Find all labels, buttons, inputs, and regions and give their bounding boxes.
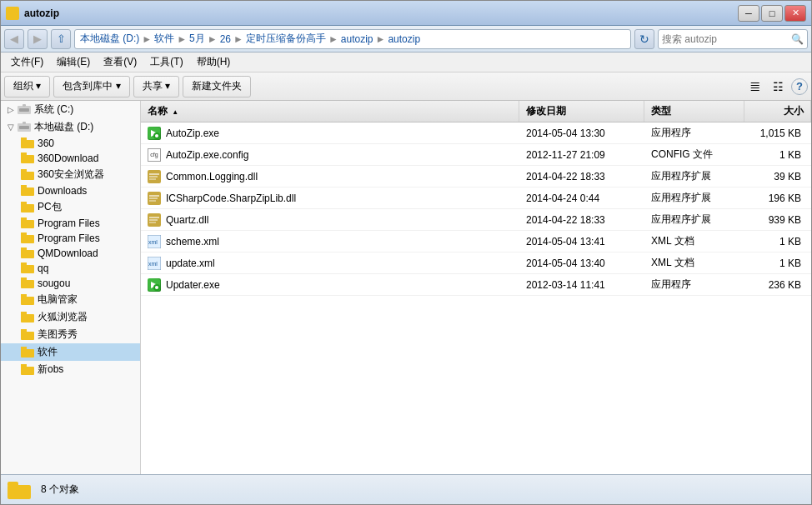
svg-rect-19 xyxy=(21,218,27,222)
sidebar-item-6[interactable]: Program Files xyxy=(1,231,140,246)
file-name-cell-1: cfg AutoZip.exe.config xyxy=(141,147,519,163)
svg-rect-53 xyxy=(149,222,156,223)
sidebar-folder-label: 新obs xyxy=(38,362,63,377)
forward-button[interactable]: ▶ xyxy=(28,29,48,49)
sidebar-item-14[interactable]: 新obs xyxy=(1,361,140,378)
file-name-3: ICSharpCode.SharpZipLib.dll xyxy=(166,192,296,204)
expand-d-icon[interactable]: ▽ xyxy=(8,122,18,132)
status-count: 8 个对象 xyxy=(41,482,79,497)
share-button[interactable]: 共享 ▾ xyxy=(133,76,179,98)
col-type-header[interactable]: 类型 xyxy=(644,101,744,122)
file-date-5: 2014-05-04 13:41 xyxy=(519,234,644,249)
breadcrumb-drive[interactable]: 本地磁盘 (D:) xyxy=(80,32,139,46)
search-input[interactable] xyxy=(662,33,791,45)
main-window: autozip ─ □ ✕ ◀ ▶ ⇧ 本地磁盘 (D:) ► 软件 ► 5月 … xyxy=(0,0,812,505)
status-bar: 8 个对象 xyxy=(1,474,811,504)
svg-rect-23 xyxy=(21,248,27,252)
file-row-2[interactable]: Common.Logging.dll 2014-04-22 18:33 应用程序… xyxy=(141,166,811,188)
maximize-button[interactable]: □ xyxy=(761,5,783,22)
col-name-header[interactable]: 名称 ▲ xyxy=(141,101,519,122)
new-folder-button[interactable]: 新建文件夹 xyxy=(183,76,251,98)
include-library-label: 包含到库中 ▾ xyxy=(63,79,120,93)
sidebar-item-8[interactable]: qq xyxy=(1,261,140,276)
file-row-0[interactable]: AutoZip.exe 2014-05-04 13:30 应用程序 1,015 … xyxy=(141,122,811,144)
file-name-5: scheme.xml xyxy=(166,236,219,248)
file-date-0: 2014-05-04 13:30 xyxy=(519,126,644,141)
breadcrumb-autozip1[interactable]: autozip xyxy=(341,33,373,45)
svg-rect-31 xyxy=(21,312,27,316)
file-row-4[interactable]: Quartz.dll 2014-04-22 18:33 应用程序扩展 939 K… xyxy=(141,209,811,231)
window-title: autozip xyxy=(24,8,738,19)
folder-icon xyxy=(21,169,34,181)
sidebar-item-10[interactable]: 电脑管家 xyxy=(1,291,140,308)
sidebar-item-c-drive[interactable]: ▷ 系统 (C:) xyxy=(1,101,140,118)
back-button[interactable]: ◀ xyxy=(4,29,24,49)
breadcrumb-autozip2[interactable]: autozip xyxy=(388,33,420,45)
svg-rect-11 xyxy=(21,152,27,157)
svg-rect-48 xyxy=(149,198,158,199)
organize-button[interactable]: 组织 ▾ xyxy=(4,76,50,98)
sidebar-item-d-drive[interactable]: ▽ 本地磁盘 (D:) xyxy=(1,118,140,136)
view-details-button[interactable]: ☷ xyxy=(768,77,788,97)
include-library-button[interactable]: 包含到库中 ▾ xyxy=(53,76,129,98)
search-bar[interactable]: 🔍 xyxy=(658,29,808,49)
menu-file[interactable]: 文件(F) xyxy=(4,53,50,71)
file-date-3: 2014-04-24 0:44 xyxy=(519,191,644,206)
col-date-header[interactable]: 修改日期 xyxy=(519,101,644,122)
file-row-7[interactable]: Updater.exe 2012-03-14 11:41 应用程序 236 KB xyxy=(141,274,811,296)
view-help-button[interactable]: ? xyxy=(791,78,808,95)
file-type-1: CONFIG 文件 xyxy=(644,146,744,163)
breadcrumb-month[interactable]: 5月 xyxy=(189,32,205,46)
sidebar-item-2[interactable]: 360安全浏览器 xyxy=(1,166,140,183)
sidebar-item-12[interactable]: 美图秀秀 xyxy=(1,326,140,343)
file-row-6[interactable]: xml update.xml 2014-05-04 13:40 XML 文档 1… xyxy=(141,252,811,274)
sidebar-item-3[interactable]: Downloads xyxy=(1,183,140,198)
up-button[interactable]: ⇧ xyxy=(51,29,71,49)
sidebar-folder-label: 美图秀秀 xyxy=(38,328,78,342)
file-row-3[interactable]: ICSharpCode.SharpZipLib.dll 2014-04-24 0… xyxy=(141,188,811,209)
sidebar-folder-label: 电脑管家 xyxy=(38,292,78,307)
file-size-7: 236 KB xyxy=(744,278,811,292)
dll-icon xyxy=(148,170,161,183)
sidebar-item-9[interactable]: sougou xyxy=(1,276,140,291)
file-type-3: 应用程序扩展 xyxy=(644,189,744,207)
sidebar-item-13[interactable]: 软件 xyxy=(1,343,140,361)
file-name-1: AutoZip.exe.config xyxy=(166,149,248,161)
sidebar-folder-label: qq xyxy=(38,262,48,274)
file-name-cell-5: xml scheme.xml xyxy=(141,233,519,250)
sidebar-item-1[interactable]: 360Download xyxy=(1,151,140,166)
sidebar-item-11[interactable]: 火狐浏览器 xyxy=(1,308,140,326)
file-date-2: 2014-04-22 18:33 xyxy=(519,169,644,184)
breadcrumb-app[interactable]: 定时压缩备份高手 xyxy=(246,32,326,46)
minimize-button[interactable]: ─ xyxy=(738,5,759,22)
search-icon[interactable]: 🔍 xyxy=(791,33,804,45)
view-list-button[interactable]: ≣ xyxy=(744,77,764,97)
close-button[interactable]: ✕ xyxy=(784,5,806,22)
sidebar-item-5[interactable]: Program Files xyxy=(1,216,140,231)
folder-icon xyxy=(21,347,34,358)
sidebar-item-0[interactable]: 360 xyxy=(1,136,140,151)
status-folder-icon xyxy=(8,479,31,501)
file-row-1[interactable]: cfg AutoZip.exe.config 2012-11-27 21:09 … xyxy=(141,144,811,166)
folder-icon xyxy=(21,232,34,244)
list-header: 名称 ▲ 修改日期 类型 大小 xyxy=(141,101,811,122)
refresh-button[interactable]: ↻ xyxy=(634,29,654,49)
breadcrumb-day[interactable]: 26 xyxy=(220,33,231,45)
col-size-header[interactable]: 大小 xyxy=(744,101,811,122)
menu-edit[interactable]: 编辑(E) xyxy=(50,53,97,71)
svg-rect-0 xyxy=(7,11,18,18)
svg-rect-6 xyxy=(19,126,29,129)
sidebar-folder-label: Downloads xyxy=(38,185,87,197)
sidebar-item-4[interactable]: PC包 xyxy=(1,198,140,216)
file-date-7: 2012-03-14 11:41 xyxy=(519,278,644,292)
menu-tools[interactable]: 工具(T) xyxy=(143,53,189,71)
menu-view[interactable]: 查看(V) xyxy=(97,53,143,71)
menu-help[interactable]: 帮助(H) xyxy=(190,53,238,71)
breadcrumb-bar[interactable]: 本地磁盘 (D:) ► 软件 ► 5月 ► 26 ► 定时压缩备份高手 ► au… xyxy=(74,29,631,49)
expand-c-icon[interactable]: ▷ xyxy=(8,105,18,115)
breadcrumb-software[interactable]: 软件 xyxy=(154,32,174,46)
sidebar-item-7[interactable]: QMDownload xyxy=(1,246,140,261)
c-drive-label: 系统 (C:) xyxy=(34,102,73,117)
file-row-5[interactable]: xml scheme.xml 2014-05-04 13:41 XML 文档 1… xyxy=(141,231,811,252)
file-size-3: 196 KB xyxy=(744,191,811,206)
